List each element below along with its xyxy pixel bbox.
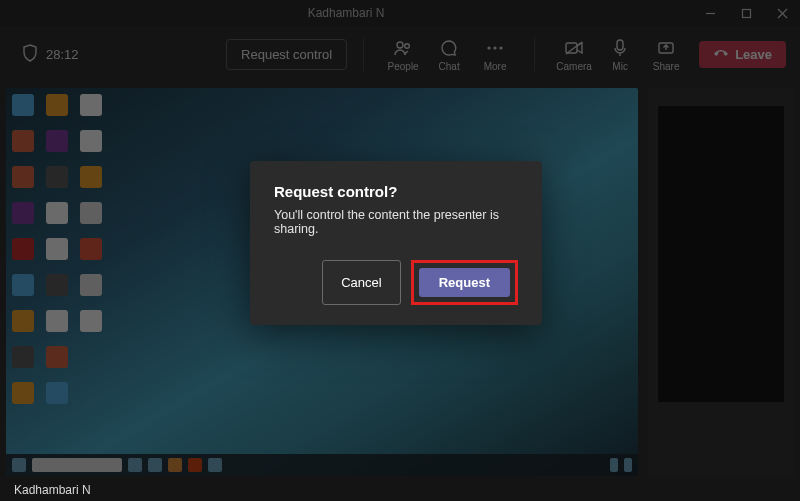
modal-overlay: Request control? You'll control the cont… (0, 0, 800, 501)
request-control-dialog: Request control? You'll control the cont… (250, 161, 542, 325)
cancel-button[interactable]: Cancel (322, 260, 400, 305)
dialog-actions: Cancel Request (274, 260, 518, 305)
dialog-body: You'll control the content the presenter… (274, 208, 518, 236)
request-button[interactable]: Request (419, 268, 510, 297)
dialog-title: Request control? (274, 183, 518, 200)
highlight-annotation: Request (411, 260, 518, 305)
presenter-caption: Kadhambari N (14, 483, 91, 497)
